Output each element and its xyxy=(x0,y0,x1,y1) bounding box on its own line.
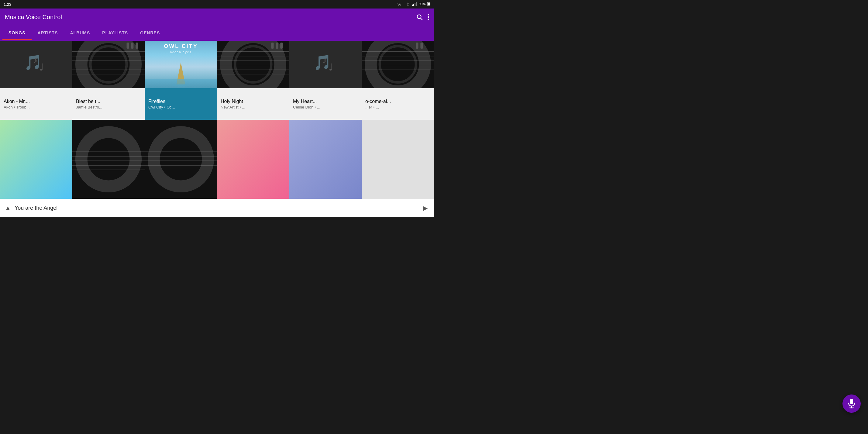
card-info: My Heart... Celine Dion • ... xyxy=(289,88,362,120)
song-card-r2-1[interactable] xyxy=(0,120,72,199)
song-subtitle: Owl City • Oc... xyxy=(148,105,213,110)
tab-albums[interactable]: ALBUMS xyxy=(64,26,96,40)
svg-rect-43 xyxy=(280,42,283,49)
songs-grid: 🎵 ♪ ♩ Akon - Mr.... Akon • Troub... xyxy=(0,41,434,199)
song-card-r2-5[interactable] xyxy=(289,120,362,199)
card-info: o-come-al... ...er • ... xyxy=(362,88,434,120)
battery-text: 95% xyxy=(419,2,430,7)
song-card-r2-6[interactable] xyxy=(362,120,434,199)
tab-playlists[interactable]: PLAYLISTS xyxy=(96,26,134,40)
song-card-r2-3[interactable] xyxy=(145,120,217,199)
tab-genres[interactable]: GENRES xyxy=(134,26,166,40)
song-title: Fireflies xyxy=(148,99,213,104)
song-title: My Heart... xyxy=(293,99,358,104)
song-title: o-come-al... xyxy=(365,99,430,104)
songs-row-1: 🎵 ♪ ♩ Akon - Mr.... Akon • Troub... xyxy=(0,41,434,120)
song-subtitle: ...er • ... xyxy=(365,105,430,110)
bottom-player: ▲ You are the Angel ► xyxy=(0,199,434,217)
svg-point-13 xyxy=(428,19,429,20)
app-bar: Musica Voice Control xyxy=(0,8,434,26)
song-card-r2-2[interactable] xyxy=(72,120,145,199)
song-title: Holy Night xyxy=(221,99,286,104)
network-icon: Vo xyxy=(398,2,404,7)
svg-rect-1 xyxy=(412,5,413,6)
app-title: Musica Voice Control xyxy=(5,14,62,21)
song-title: Blest be t... xyxy=(76,99,141,104)
search-button[interactable] xyxy=(416,14,423,20)
song-card-holy-night[interactable]: Holy Night New Artist • ... xyxy=(217,41,289,120)
svg-text:Vo: Vo xyxy=(398,3,401,6)
song-subtitle: New Artist • ... xyxy=(221,105,286,110)
song-subtitle: Jamie Bestro... xyxy=(76,105,141,110)
svg-rect-27 xyxy=(131,42,133,49)
svg-text:♪: ♪ xyxy=(33,55,37,65)
main-content: 🎵 ♪ ♩ Akon - Mr.... Akon • Troub... xyxy=(0,41,434,199)
status-bar: 1:23 Vo 95% xyxy=(0,0,434,8)
app-bar-icons xyxy=(416,14,429,20)
svg-text:♩: ♩ xyxy=(329,62,333,73)
svg-text:♪: ♪ xyxy=(322,55,327,65)
svg-rect-55 xyxy=(416,42,418,49)
svg-rect-42 xyxy=(276,42,278,49)
more-options-button[interactable] xyxy=(428,14,429,20)
song-card-akon[interactable]: 🎵 ♪ ♩ Akon - Mr.... Akon • Troub... xyxy=(0,41,72,120)
player-current-song: You are the Angel xyxy=(14,205,422,211)
player-expand-button[interactable]: ▲ xyxy=(5,205,11,212)
svg-rect-26 xyxy=(127,42,129,49)
song-card-blest[interactable]: Blest be t... Jamie Bestro... xyxy=(72,41,145,120)
card-info: Akon - Mr.... Akon • Troub... xyxy=(0,88,72,120)
card-info: Fireflies Owl City • Oc... xyxy=(145,88,217,120)
status-time: 1:23 xyxy=(4,2,11,7)
svg-rect-4 xyxy=(416,2,417,6)
song-card-ocome[interactable]: o-come-al... ...er • ... xyxy=(362,41,434,120)
song-title: Akon - Mr.... xyxy=(4,99,69,104)
status-right: Vo 95% xyxy=(398,2,430,7)
song-card-fireflies[interactable]: OWL CITY ocean eyes Fireflies Ow xyxy=(145,41,217,120)
song-subtitle: Akon • Troub... xyxy=(4,105,69,110)
svg-rect-56 xyxy=(420,42,423,49)
svg-rect-28 xyxy=(135,42,138,49)
svg-text:♩: ♩ xyxy=(39,62,44,73)
signal-icon xyxy=(412,2,417,6)
player-play-button[interactable]: ► xyxy=(422,204,429,212)
wifi-icon xyxy=(405,2,410,6)
tab-bar: SONGS ARTISTS ALBUMS PLAYLISTS GENRES xyxy=(0,26,434,41)
tab-songs[interactable]: SONGS xyxy=(2,26,32,40)
svg-rect-7 xyxy=(430,3,430,5)
svg-text:95%: 95% xyxy=(419,2,426,6)
song-card-my-heart[interactable]: 🎵 ♪ ♩ My Heart... Celine Dion • ... xyxy=(289,41,362,120)
svg-rect-41 xyxy=(271,42,274,49)
card-info: Holy Night New Artist • ... xyxy=(217,88,289,120)
svg-rect-8 xyxy=(428,3,430,5)
songs-row-2 xyxy=(0,120,434,199)
svg-point-12 xyxy=(428,17,429,18)
svg-rect-3 xyxy=(414,3,415,6)
song-subtitle: Celine Dion • ... xyxy=(293,105,358,110)
svg-line-10 xyxy=(421,18,422,20)
tab-artists[interactable]: ARTISTS xyxy=(32,26,64,40)
svg-point-11 xyxy=(428,14,429,16)
song-card-r2-4[interactable] xyxy=(217,120,289,199)
card-info: Blest be t... Jamie Bestro... xyxy=(72,88,145,120)
svg-rect-2 xyxy=(413,4,414,6)
